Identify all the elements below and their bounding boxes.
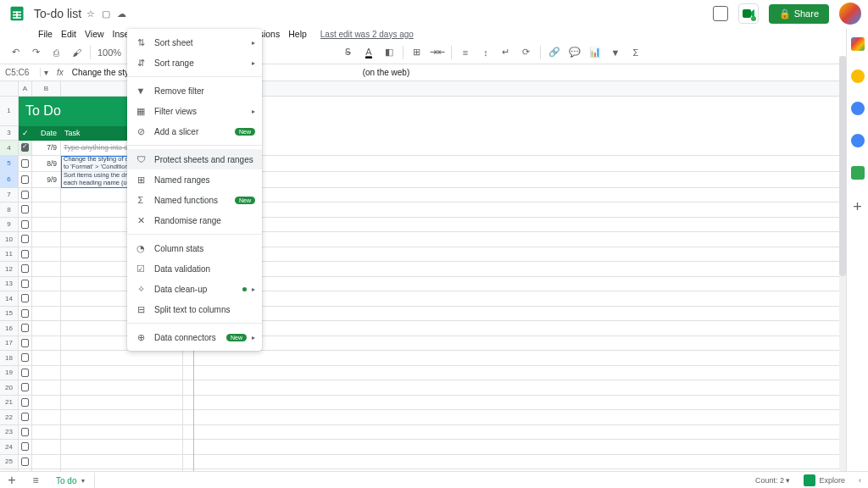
checkbox-cell[interactable]: [19, 425, 32, 440]
checkbox-cell[interactable]: [19, 455, 32, 469]
name-box[interactable]: C5:C6: [0, 68, 41, 77]
meet-button[interactable]: [738, 3, 759, 24]
merge-icon[interactable]: ⇥⇤: [431, 46, 444, 59]
explore-button[interactable]: Explore: [804, 474, 845, 486]
last-edit-link[interactable]: Last edit was 2 days ago: [316, 30, 418, 39]
bottom-bar: + ≡ To do▼ Count: 2 ▾ Explore ‹: [0, 471, 868, 488]
side-panel: +: [846, 29, 868, 471]
col-header-b[interactable]: B: [32, 81, 61, 97]
halign-icon[interactable]: ≡: [459, 46, 472, 59]
zoom-select[interactable]: 100%: [97, 47, 121, 58]
star-icon[interactable]: ☆: [86, 8, 95, 19]
checkbox-cell[interactable]: [19, 202, 32, 217]
checkbox-cell[interactable]: [19, 366, 32, 380]
chart-icon[interactable]: 📊: [588, 46, 602, 59]
calendar-icon[interactable]: [851, 37, 865, 51]
text-color-icon[interactable]: A: [362, 46, 376, 59]
checkbox-cell[interactable]: [19, 307, 32, 321]
checkbox-cell[interactable]: [19, 440, 32, 454]
wrap-icon[interactable]: ↵: [499, 46, 513, 59]
checkbox-cell[interactable]: [19, 232, 32, 247]
menu-view[interactable]: View: [81, 29, 108, 39]
add-sheet-button[interactable]: +: [0, 473, 24, 488]
checkbox-cell[interactable]: [19, 156, 32, 171]
col-header-a[interactable]: A: [19, 81, 32, 97]
sheet-tab-todo[interactable]: To do▼: [47, 472, 95, 489]
menu-column-stats[interactable]: ◔Column stats: [127, 238, 262, 258]
contacts-icon[interactable]: [851, 134, 865, 147]
explore-icon: [804, 474, 815, 486]
side-panel-toggle-icon[interactable]: ‹: [859, 476, 861, 485]
row-headers: 1 3 4 5 6 78910 11121314 15161718 192021…: [0, 81, 19, 471]
menu-data-validation[interactable]: ☑Data validation: [127, 258, 262, 279]
borders-icon[interactable]: ⊞: [410, 46, 424, 59]
addons-plus-icon[interactable]: +: [853, 198, 862, 216]
date-cell[interactable]: 7/9: [32, 141, 61, 155]
menu-file[interactable]: File: [34, 29, 57, 39]
menu-sort-sheet[interactable]: ⇅Sort sheet▸: [127, 32, 262, 53]
namebox-arrow-icon[interactable]: ▾: [41, 68, 52, 77]
account-avatar[interactable]: [839, 3, 861, 25]
doc-title[interactable]: To-do list: [34, 7, 81, 20]
checkbox-cell[interactable]: [19, 291, 32, 306]
undo-icon[interactable]: ↶: [8, 46, 22, 59]
paint-format-icon[interactable]: 🖌: [70, 46, 83, 59]
checkbox-cell[interactable]: [19, 321, 32, 336]
cloud-icon[interactable]: ☁: [117, 8, 126, 19]
checkbox-cell[interactable]: [19, 396, 32, 410]
menu-data-connectors[interactable]: ⊕Data connectorsNew▸: [127, 327, 262, 347]
checkbox-cell[interactable]: [19, 247, 32, 262]
print-icon[interactable]: ⎙: [49, 46, 63, 59]
strikethrough-icon[interactable]: S̶: [342, 46, 355, 59]
tasks-icon[interactable]: [851, 102, 865, 115]
filter-icon[interactable]: ▼: [609, 46, 622, 59]
data-menu-dropdown: ⇅Sort sheet▸ ⇵Sort range▸ ▼Remove filter…: [127, 29, 262, 351]
menu-filter-views[interactable]: ▦Filter views▸: [127, 101, 262, 121]
menu-remove-filter[interactable]: ▼Remove filter: [127, 80, 262, 101]
checkbox-cell[interactable]: [19, 218, 32, 232]
functions-icon[interactable]: Σ: [629, 46, 643, 59]
lock-icon: 🔒: [779, 8, 791, 19]
count-display[interactable]: Count: 2 ▾: [755, 476, 791, 485]
share-button[interactable]: 🔒 Share: [769, 4, 829, 24]
menu-randomise[interactable]: ✕Randomise range: [127, 210, 262, 230]
keep-icon[interactable]: [851, 69, 865, 83]
rotate-icon[interactable]: ⟳: [520, 46, 533, 59]
link-icon[interactable]: 🔗: [548, 46, 561, 59]
comment-icon[interactable]: 💬: [568, 46, 581, 59]
checkbox-cell[interactable]: [19, 351, 32, 365]
checkbox-cell[interactable]: [19, 380, 32, 395]
menu-sort-range[interactable]: ⇵Sort range▸: [127, 53, 262, 73]
checkbox-cell[interactable]: [19, 410, 32, 424]
share-label: Share: [794, 8, 819, 19]
fx-label: fx: [52, 68, 69, 77]
col-check[interactable]: ✓: [19, 129, 32, 137]
menu-edit[interactable]: Edit: [57, 29, 81, 39]
checkbox-cell[interactable]: [19, 172, 32, 187]
menu-protect-sheets[interactable]: 🛡Protect sheets and ranges: [127, 149, 262, 169]
move-icon[interactable]: ▢: [102, 8, 110, 19]
date-cell[interactable]: 8/9: [32, 156, 61, 171]
sheets-logo[interactable]: [7, 3, 27, 24]
checkbox-cell[interactable]: [19, 262, 32, 276]
valign-icon[interactable]: ↕: [479, 46, 492, 59]
checkbox-cell[interactable]: [19, 188, 32, 202]
menu-add-slicer[interactable]: ⊘Add a slicerNew: [127, 121, 262, 141]
svg-rect-5: [743, 9, 751, 18]
checkbox-cell[interactable]: [19, 336, 32, 351]
menu-help[interactable]: Help: [284, 29, 311, 39]
menu-data-cleanup[interactable]: ✧Data clean-up▸: [127, 279, 262, 299]
menu-named-functions[interactable]: ΣNamed functionsNew: [127, 190, 262, 210]
history-icon[interactable]: [713, 6, 728, 21]
date-cell[interactable]: 9/9: [32, 172, 61, 187]
col-date[interactable]: Date: [32, 129, 61, 137]
all-sheets-button[interactable]: ≡: [24, 474, 47, 486]
fill-color-icon[interactable]: ◧: [382, 46, 396, 59]
vertical-scrollbar[interactable]: [839, 56, 846, 471]
checkbox-cell[interactable]: [19, 141, 32, 155]
menu-named-ranges[interactable]: ⊞Named ranges: [127, 169, 262, 190]
checkbox-cell[interactable]: [19, 277, 32, 291]
redo-icon[interactable]: ↷: [29, 46, 42, 59]
menu-split-text[interactable]: ⊟Split text to columns: [127, 299, 262, 319]
maps-icon[interactable]: [851, 166, 865, 180]
